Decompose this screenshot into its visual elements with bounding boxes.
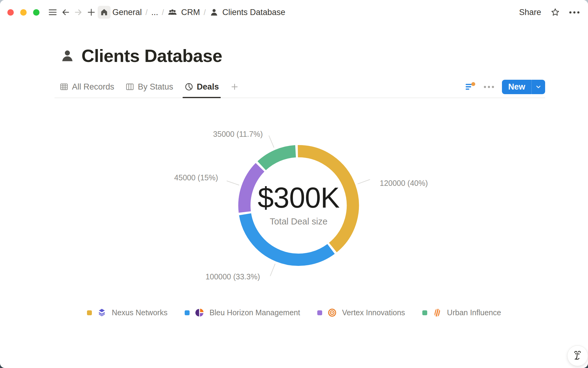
breadcrumb-item-clients-database[interactable]: Clients Database [222, 8, 285, 17]
chevron-down-icon [534, 83, 542, 91]
star-icon [550, 7, 560, 17]
tab-label: By Status [138, 82, 173, 92]
new-record-button[interactable]: New [502, 80, 545, 94]
back-button[interactable] [59, 6, 72, 19]
pie-icon [184, 82, 194, 91]
pie-quadrants-icon [195, 308, 204, 317]
notification-dot [472, 82, 476, 86]
tab-label: All Records [72, 82, 114, 92]
window-topbar: General / ... / CRM / Clients Database S… [0, 0, 588, 25]
tab-all-records[interactable]: All Records [59, 76, 114, 98]
slice-label-nexus: 120000 (40%) [380, 179, 428, 188]
close-window-button[interactable] [7, 9, 14, 16]
legend-item-vertex-innovations[interactable]: Vertex Innovations [317, 308, 405, 317]
legend-item-urban-influence[interactable]: Urban Influence [422, 308, 501, 317]
view-options-button[interactable] [484, 86, 494, 88]
slice-leader-line [269, 136, 274, 148]
add-view-button[interactable] [230, 82, 239, 91]
slice-label-bleu-horizon: 100000 (33.3%) [205, 272, 260, 281]
page-person-icon [209, 8, 219, 17]
notion-ai-face-icon [571, 350, 584, 362]
striped-leaf-icon [432, 308, 442, 317]
breadcrumb-separator: / [204, 8, 206, 17]
traffic-lights [7, 9, 40, 16]
legend-item-nexus-networks[interactable]: Nexus Networks [87, 308, 168, 317]
app-window: General / ... / CRM / Clients Database S… [0, 0, 588, 368]
total-deal-value: $300K [237, 183, 360, 212]
legend-swatch [87, 310, 92, 315]
hamburger-icon [47, 7, 58, 17]
legend-swatch [422, 310, 427, 315]
slice-leader-line [270, 264, 275, 276]
new-button-dropdown[interactable] [531, 80, 545, 94]
chart-center-label: $300K Total Deal size [237, 183, 360, 227]
legend-label: Vertex Innovations [342, 308, 405, 317]
legend-item-bleu-horizon[interactable]: Bleu Horizon Management [185, 308, 300, 317]
sidebar-menu-button[interactable] [46, 6, 59, 19]
arrow-left-icon [61, 7, 70, 17]
breadcrumb-separator: / [162, 8, 164, 17]
arrow-right-icon [74, 7, 83, 17]
slice-label-urban: 35000 (11.7%) [213, 130, 263, 139]
filter-lines-icon [464, 81, 476, 93]
new-button-label[interactable]: New [502, 80, 531, 94]
plus-icon [86, 7, 96, 17]
breadcrumb-ellipsis[interactable]: ... [151, 8, 158, 17]
tab-deals[interactable]: Deals [184, 76, 219, 98]
page-icon-person[interactable] [60, 48, 75, 63]
tab-by-status[interactable]: By Status [125, 76, 173, 98]
share-button[interactable]: Share [519, 8, 541, 17]
target-rings-icon [327, 308, 337, 317]
home-icon [100, 8, 108, 17]
legend-label: Nexus Networks [112, 308, 168, 317]
forward-button[interactable] [72, 6, 85, 19]
legend-swatch [317, 310, 322, 315]
new-page-button[interactable] [85, 6, 98, 19]
zoom-window-button[interactable] [33, 9, 40, 16]
plus-icon [230, 82, 239, 91]
topbar-more-button[interactable] [569, 11, 579, 13]
legend-swatch [185, 310, 190, 315]
layers-icon [97, 308, 107, 317]
breadcrumb-item-general[interactable]: General [112, 8, 142, 17]
home-button[interactable] [98, 6, 111, 19]
table-icon [59, 82, 69, 91]
view-tabs-bar: All Records By Status Deals New [55, 76, 545, 98]
chart-legend: Nexus Networks Bleu Horizon Management V… [0, 308, 588, 317]
total-deal-caption: Total Deal size [237, 217, 360, 227]
donut-slice-3[interactable] [262, 151, 296, 166]
breadcrumb: General / ... / CRM / Clients Database [112, 7, 285, 17]
page-title[interactable]: Clients Database [81, 45, 222, 66]
legend-label: Urban Influence [447, 308, 501, 317]
notion-ai-button[interactable] [567, 345, 588, 366]
slice-label-vertex: 45000 (15%) [174, 173, 218, 182]
tab-label: Deals [197, 82, 219, 92]
teamspace-people-icon [168, 7, 177, 17]
minimize-window-button[interactable] [20, 9, 27, 16]
filter-sort-button[interactable] [464, 81, 476, 93]
board-icon [125, 82, 134, 91]
legend-label: Bleu Horizon Management [209, 308, 300, 317]
breadcrumb-separator: / [145, 8, 148, 17]
favorite-star-button[interactable] [550, 7, 560, 17]
breadcrumb-item-crm[interactable]: CRM [181, 8, 200, 17]
